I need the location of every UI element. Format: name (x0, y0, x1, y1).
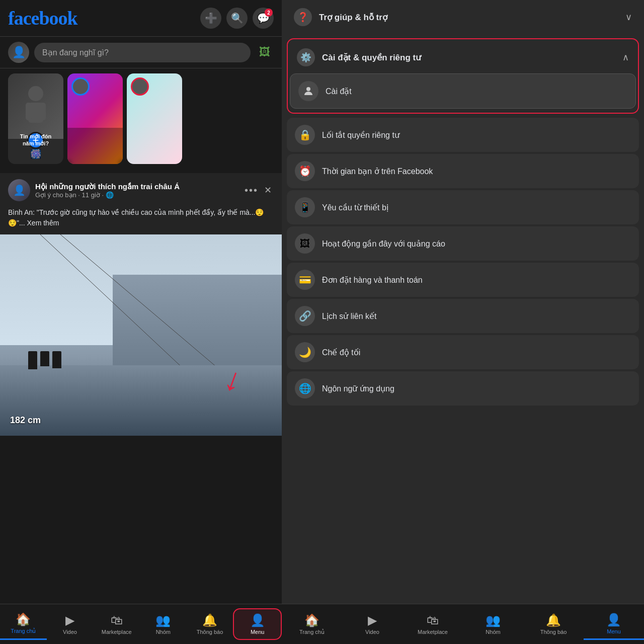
svg-rect-2 (26, 103, 32, 120)
help-section-header[interactable]: ❓ Trợ giúp & hỗ trợ ∨ (287, 0, 639, 34)
right-nav-marketplace[interactable]: 🛍 Marketplace (403, 609, 463, 639)
home-icon: 🏠 (16, 612, 31, 626)
settings-title: Cài đặt & quyền riêng tư (322, 52, 421, 63)
nav-notifications-label: Thông báo (197, 629, 223, 635)
video-icon: ▶ (65, 613, 74, 627)
story-card-2[interactable] (67, 73, 123, 164)
settings-chevron-icon: ∧ (622, 52, 629, 63)
person-1 (28, 351, 37, 369)
post-suggestion: Gợi ý cho bạn · 11 giờ · 🌐 (35, 191, 237, 199)
settings-item-device[interactable]: 📱 Yêu cầu từ thiết bị (287, 190, 639, 224)
svg-rect-3 (40, 103, 46, 120)
orders-icon: 💳 (295, 270, 315, 290)
groups-icon: 👥 (155, 613, 171, 627)
post-text: Bình An: "Trước giờ cũng tự hào về chiều… (0, 207, 282, 234)
user-avatar: 👤 (8, 42, 29, 63)
settings-title-row: ⚙️ Cài đặt & quyền riêng tư (297, 48, 421, 66)
post-group-name: Hội những người thích ngắm trai châu Á (35, 182, 237, 191)
ads-label: Hoạt động gần đây với quảng cáo (322, 239, 445, 249)
story-emoji: 🎆 (10, 148, 61, 160)
right-notifications-icon: 🔔 (546, 613, 561, 627)
notifications-icon: 🔔 (202, 613, 217, 627)
marketplace-icon: 🛍 (111, 613, 123, 627)
facebook-logo: facebook (8, 7, 77, 29)
orders-label: Đơn đặt hàng và thanh toán (322, 275, 423, 285)
caidat-icon (298, 81, 318, 101)
post-card: 👤 Hội những người thích ngắm trai châu Á… (0, 173, 282, 436)
darkmode-label: Chế độ tối (322, 348, 360, 357)
right-home-icon: 🏠 (304, 613, 319, 627)
post-image: ↓ 182 cm (0, 234, 282, 436)
right-nav-notifications-label: Thông báo (540, 629, 567, 635)
settings-item-orders[interactable]: 💳 Đơn đặt hàng và thanh toán (287, 263, 639, 297)
svg-line-4 (40, 234, 201, 385)
nav-menu-label: Menu (251, 629, 265, 635)
header: facebook ➕ 🔍 💬 2 (0, 0, 282, 36)
right-nav-menu[interactable]: 👤 Menu (584, 609, 644, 640)
more-options-icon[interactable]: ••• (245, 185, 258, 196)
svg-line-5 (60, 234, 226, 375)
right-nav-groups[interactable]: 👥 Nhóm (463, 609, 523, 639)
nav-video[interactable]: ▶ Video (47, 609, 94, 639)
right-groups-icon: 👥 (486, 613, 501, 627)
story-label-create: Tin mới đónnăm mới? 🎆 (8, 133, 63, 160)
avatar-img: 👤 (8, 42, 29, 63)
right-nav-video-label: Video (365, 629, 379, 635)
help-label: Trợ giúp & hỗ trợ (319, 12, 387, 23)
post-avatar: 👤 (8, 179, 30, 201)
post-meta: Hội những người thích ngắm trai châu Á G… (35, 182, 237, 199)
right-panel: ❓ Trợ giúp & hỗ trợ ∨ ⚙️ Cài đặt & quyền… (282, 0, 644, 644)
feed-section: 👤 Hội những người thích ngắm trai châu Á… (0, 169, 282, 604)
settings-item-time[interactable]: ⏰ Thời gian bạn ở trên Facebook (287, 154, 639, 188)
settings-item-language[interactable]: 🌐 Ngôn ngữ ứng dụng (287, 371, 639, 406)
post-input[interactable]: Bạn đang nghĩ gì? (34, 43, 251, 62)
messenger-button[interactable]: 💬 2 (253, 8, 274, 29)
image-label: 182 cm (10, 415, 41, 426)
person-3 (52, 351, 61, 368)
svg-point-0 (28, 86, 43, 101)
close-post-icon[interactable]: ✕ (264, 185, 272, 196)
nav-menu[interactable]: 👤 Menu (233, 608, 282, 640)
stories-section: + Tin mới đónnăm mới? 🎆 (0, 68, 282, 169)
search-button[interactable]: 🔍 (226, 8, 248, 29)
menu-icon: 👤 (250, 613, 265, 627)
add-icon: ➕ (205, 12, 217, 24)
svg-point-6 (306, 87, 310, 91)
settings-header[interactable]: ⚙️ Cài đặt & quyền riêng tư ∧ (290, 41, 636, 73)
settings-item-ads[interactable]: 🖼 Hoạt động gần đây với quảng cáo (287, 226, 639, 261)
story-card-3[interactable] (127, 73, 182, 164)
help-group: ❓ Trợ giúp & hỗ trợ ∨ (287, 0, 639, 34)
ads-icon: 🖼 (295, 233, 315, 254)
right-video-icon: ▶ (368, 613, 377, 627)
post-actions: ••• ✕ (243, 183, 274, 198)
settings-item-privacy[interactable]: 🔒 Lối tắt quyền riêng tư (287, 118, 639, 152)
add-button[interactable]: ➕ (200, 8, 221, 29)
privacy-icon: 🔒 (295, 125, 315, 145)
settings-item-links[interactable]: 🔗 Lịch sử liên kết (287, 299, 639, 333)
person-2 (40, 351, 49, 366)
right-marketplace-icon: 🛍 (427, 613, 439, 627)
nav-marketplace[interactable]: 🛍 Marketplace (93, 609, 140, 639)
language-icon: 🌐 (295, 378, 315, 398)
nav-groups[interactable]: 👥 Nhóm (140, 609, 187, 639)
settings-item-darkmode[interactable]: 🌙 Chế độ tối (287, 335, 639, 369)
photo-button[interactable]: 🖼 (256, 43, 274, 61)
right-nav-groups-label: Nhóm (486, 629, 500, 635)
settings-item-caidat[interactable]: Cài đặt (290, 73, 636, 109)
messenger-badge: 2 (265, 9, 273, 17)
nav-notifications[interactable]: 🔔 Thông báo (187, 609, 233, 639)
story-avatar-3 (131, 77, 149, 96)
person-silhouette (21, 84, 51, 129)
search-icon: 🔍 (231, 12, 244, 24)
right-nav-video[interactable]: ▶ Video (342, 609, 403, 639)
right-nav-menu-label: Menu (607, 628, 621, 634)
create-story-card[interactable]: + Tin mới đónnăm mới? 🎆 (8, 73, 63, 164)
right-nav-home[interactable]: 🏠 Trang chủ (282, 609, 342, 639)
right-nav-marketplace-label: Marketplace (418, 629, 448, 635)
right-menu-icon: 👤 (606, 613, 621, 627)
right-nav-notifications[interactable]: 🔔 Thông báo (523, 609, 584, 639)
nav-home[interactable]: 🏠 Trang chủ (0, 608, 47, 640)
menu-section: ❓ Trợ giúp & hỗ trợ ∨ ⚙️ Cài đặt & quyền… (282, 0, 644, 604)
privacy-label: Lối tắt quyền riêng tư (322, 130, 399, 140)
darkmode-icon: 🌙 (295, 342, 315, 362)
